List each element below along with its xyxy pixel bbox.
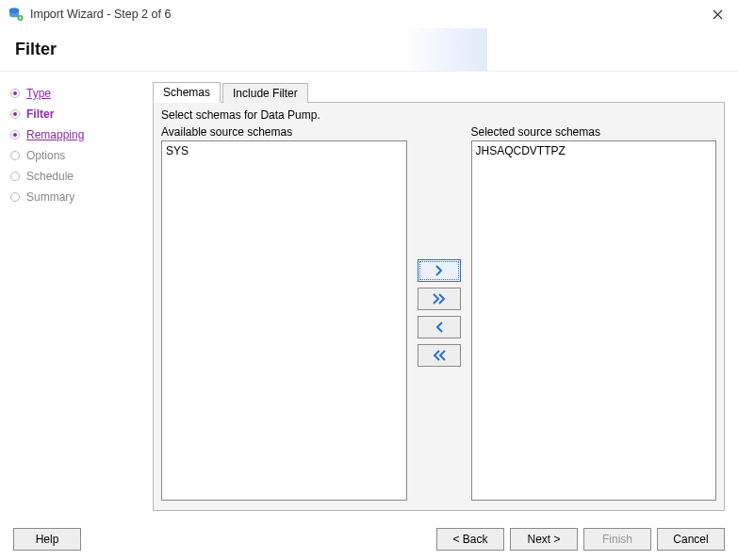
- close-button[interactable]: [697, 0, 738, 28]
- button-label: Finish: [602, 533, 632, 546]
- move-left-button[interactable]: [418, 316, 461, 338]
- step-label: Summary: [26, 190, 74, 204]
- step-label: Options: [26, 149, 65, 162]
- step-remapping[interactable]: Remapping: [8, 124, 143, 145]
- move-right-button[interactable]: [418, 259, 461, 282]
- page-title: Filter: [15, 40, 57, 59]
- instruction-text: Select schemas for Data Pump.: [161, 108, 716, 122]
- step-summary: Summary: [8, 187, 143, 207]
- cancel-button[interactable]: Cancel: [657, 528, 725, 551]
- step-schedule: Schedule: [8, 166, 143, 187]
- selected-listbox[interactable]: JHSAQCDVTTPZ: [471, 140, 717, 501]
- main-panel: Schemas Include Filter Select schemas fo…: [151, 72, 738, 519]
- tab-include-filter[interactable]: Include Filter: [222, 83, 308, 103]
- button-label: Cancel: [673, 533, 708, 546]
- tab-label: Schemas: [163, 86, 210, 99]
- step-label: Schedule: [26, 170, 74, 183]
- button-label: Help: [36, 533, 59, 546]
- tabstrip: Schemas Include Filter: [153, 79, 725, 102]
- double-chevron-right-icon: [431, 293, 448, 305]
- step-bullet-icon: [8, 109, 23, 119]
- step-label: Filter: [26, 107, 54, 121]
- step-bullet-icon: [8, 151, 23, 160]
- header-banner: Filter: [0, 28, 738, 72]
- button-label: < Back: [452, 533, 487, 546]
- available-column: Available source schemas SYS: [161, 125, 407, 501]
- double-chevron-left-icon: [431, 350, 448, 361]
- tab-schemas[interactable]: Schemas: [153, 82, 221, 103]
- tab-label: Include Filter: [233, 87, 298, 100]
- app-icon: [8, 6, 25, 23]
- dual-list-container: Available source schemas SYS: [161, 125, 716, 501]
- next-button[interactable]: Next >: [510, 528, 578, 551]
- step-type[interactable]: Type: [8, 83, 143, 104]
- step-bullet-icon: [8, 89, 23, 98]
- step-label: Remapping: [26, 128, 84, 141]
- tab-body-schemas: Select schemas for Data Pump. Available …: [153, 102, 725, 511]
- wizard-window: Import Wizard - Step 2 of 6 Filter Type …: [0, 0, 738, 560]
- list-item[interactable]: JHSAQCDVTTPZ: [474, 143, 714, 158]
- wizard-steps-nav: Type Filter Remapping Options Schedule S…: [0, 72, 151, 519]
- finish-button: Finish: [583, 528, 651, 551]
- window-title: Import Wizard - Step 2 of 6: [30, 8, 697, 21]
- help-button[interactable]: Help: [13, 528, 81, 551]
- list-item[interactable]: SYS: [164, 143, 404, 158]
- body: Type Filter Remapping Options Schedule S…: [0, 72, 738, 519]
- move-all-left-button[interactable]: [418, 344, 461, 367]
- button-label: Next >: [527, 533, 560, 546]
- step-bullet-icon: [8, 172, 23, 181]
- step-options: Options: [8, 145, 143, 166]
- chevron-right-icon: [433, 265, 446, 276]
- step-label: Type: [26, 87, 51, 100]
- available-listbox[interactable]: SYS: [161, 140, 407, 501]
- mover-buttons: [415, 125, 464, 501]
- back-button[interactable]: < Back: [436, 528, 504, 551]
- selected-column: Selected source schemas JHSAQCDVTTPZ: [471, 125, 717, 501]
- available-label: Available source schemas: [161, 125, 407, 139]
- step-filter[interactable]: Filter: [8, 104, 143, 124]
- step-bullet-icon: [8, 130, 23, 140]
- close-icon: [713, 9, 723, 20]
- move-all-right-button[interactable]: [418, 288, 461, 310]
- step-bullet-icon: [8, 192, 23, 202]
- selected-label: Selected source schemas: [471, 125, 717, 139]
- chevron-left-icon: [433, 321, 446, 333]
- titlebar: Import Wizard - Step 2 of 6: [0, 0, 738, 28]
- footer: Help < Back Next > Finish Cancel: [0, 519, 738, 560]
